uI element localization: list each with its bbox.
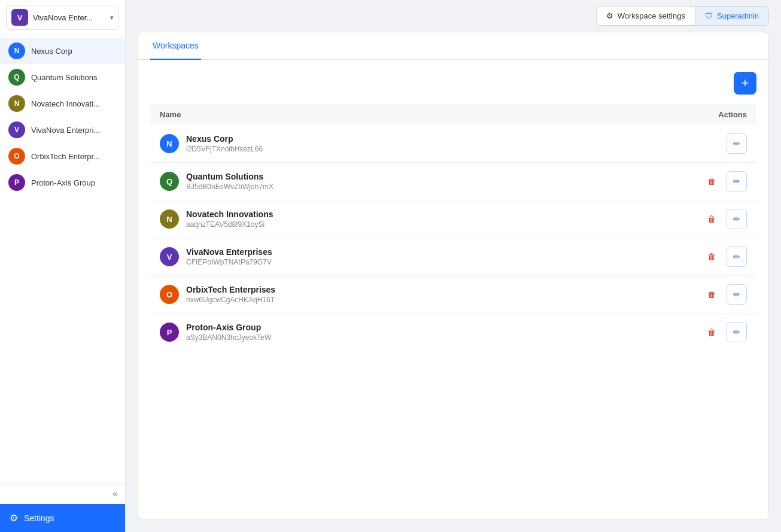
- sidebar-item-label: Nexus Corp: [31, 47, 72, 56]
- main-content: ⚙ Workspace settings 🛡 Superadmin Worksp…: [126, 0, 781, 532]
- name-cell: P Proton-Axis Group aSy3BAN0N3hcJyeokTeW: [150, 314, 560, 351]
- table-row: Q Quantum Solutions BJ5dB0nEsWvZbWjoh7mX…: [150, 163, 756, 200]
- workspace-details: VivaNova Enterprises CFIEPoIWpTNAtPa79G7…: [186, 247, 272, 266]
- sidebar-item-proton-axis-group[interactable]: P Proton-Axis Group: [0, 169, 125, 196]
- workspace-id: i2D5VFjTXnoibHxezL66: [186, 145, 263, 153]
- gear-icon: ⚙: [606, 11, 613, 20]
- workspace-avatar: O: [160, 285, 179, 304]
- workspace-id: nxw6UgcwCgAcHKAqH16T: [186, 296, 275, 304]
- name-cell: O OrbixTech Enterprises nxw6UgcwCgAcHKAq…: [150, 276, 560, 314]
- sidebar-item-avatar: N: [8, 95, 25, 112]
- workspace-avatar: P: [160, 323, 179, 342]
- sidebar-item-avatar: V: [8, 121, 25, 138]
- sidebar-item-nexus-corp[interactable]: N Nexus Corp: [0, 38, 125, 64]
- workspace-name: OrbixTech Enterprises: [186, 285, 275, 294]
- table-body: N Nexus Corp i2D5VFjTXnoibHxezL66 ✏ Q Qu…: [150, 125, 756, 351]
- workspace-switcher[interactable]: V VivaNova Enter... ▾: [6, 5, 119, 30]
- delete-button[interactable]: 🗑: [701, 247, 722, 267]
- workspace-avatar: V: [160, 247, 179, 266]
- actions-cell: 🗑 ✏: [560, 200, 756, 238]
- sidebar-item-label: Proton-Axis Group: [31, 178, 95, 187]
- edit-button[interactable]: ✏: [727, 133, 747, 154]
- delete-button[interactable]: 🗑: [701, 209, 722, 229]
- tab-workspaces[interactable]: Workspaces: [150, 32, 201, 60]
- workspace-info: O OrbixTech Enterprises nxw6UgcwCgAcHKAq…: [160, 285, 551, 304]
- sidebar-item-quantum-solutions[interactable]: Q Quantum Solutions: [0, 64, 125, 90]
- actions-container: 🗑 ✏: [570, 209, 747, 229]
- workspace-name: Novatech Innovations: [186, 209, 273, 219]
- add-button-row: +: [150, 72, 756, 95]
- name-cell: N Novatech Innovations aaqnzTEAV5d8f9X1o…: [150, 200, 560, 238]
- settings-icon: ⚙: [10, 512, 18, 524]
- page-body: + Name Actions N Nexus Corp i2D5VFjTXnoi…: [138, 60, 768, 519]
- actions-cell: 🗑 ✏: [560, 163, 756, 200]
- add-workspace-button[interactable]: +: [734, 72, 756, 95]
- sidebar-item-avatar: O: [8, 148, 25, 165]
- sidebar-item-label: Novatech Innovati...: [31, 99, 100, 108]
- table-row: V VivaNova Enterprises CFIEPoIWpTNAtPa79…: [150, 238, 756, 276]
- topbar: ⚙ Workspace settings 🛡 Superadmin: [126, 0, 781, 32]
- actions-container: 🗑 ✏: [570, 247, 747, 267]
- workspace-name: Nexus Corp: [186, 134, 263, 144]
- actions-cell: ✏: [560, 125, 756, 163]
- settings-button[interactable]: ⚙ Settings: [0, 504, 125, 532]
- workspace-name: VivaNova Enterprises: [186, 247, 272, 257]
- sidebar-item-label: OrbixTech Enterpr...: [31, 152, 100, 161]
- topbar-buttons: ⚙ Workspace settings 🛡 Superadmin: [596, 6, 769, 26]
- workspace-avatar: N: [160, 134, 179, 153]
- workspace-details: Novatech Innovations aaqnzTEAV5d8f9X1oyS…: [186, 209, 273, 229]
- name-cell: V VivaNova Enterprises CFIEPoIWpTNAtPa79…: [150, 238, 560, 276]
- workspace-info: P Proton-Axis Group aSy3BAN0N3hcJyeokTeW: [160, 323, 551, 342]
- workspace-details: Proton-Axis Group aSy3BAN0N3hcJyeokTeW: [186, 323, 271, 342]
- sidebar-header: V VivaNova Enter... ▾: [0, 0, 125, 35]
- sidebar-item-label: Quantum Solutions: [31, 73, 98, 82]
- workspace-info: N Novatech Innovations aaqnzTEAV5d8f9X1o…: [160, 209, 551, 229]
- workspace-name: Proton-Axis Group: [186, 323, 271, 332]
- current-workspace-avatar: V: [11, 9, 28, 26]
- edit-button[interactable]: ✏: [727, 209, 747, 229]
- delete-button[interactable]: 🗑: [701, 322, 722, 342]
- delete-button[interactable]: 🗑: [701, 284, 722, 305]
- workspace-settings-button[interactable]: ⚙ Workspace settings: [597, 7, 695, 25]
- user-shield-icon: 🛡: [705, 11, 713, 20]
- delete-button[interactable]: 🗑: [701, 171, 722, 191]
- workspace-dropdown-menu: N Nexus Corp Q Quantum Solutions N Novat…: [0, 35, 125, 483]
- table-row: N Novatech Innovations aaqnzTEAV5d8f9X1o…: [150, 200, 756, 238]
- current-workspace-name: VivaNova Enter...: [33, 13, 105, 22]
- workspace-avatar: Q: [160, 172, 179, 191]
- edit-button[interactable]: ✏: [727, 284, 747, 305]
- sidebar-item-novatech-innovati...[interactable]: N Novatech Innovati...: [0, 90, 125, 117]
- actions-container: 🗑 ✏: [570, 284, 747, 305]
- workspace-info: N Nexus Corp i2D5VFjTXnoibHxezL66: [160, 134, 551, 153]
- workspace-details: OrbixTech Enterprises nxw6UgcwCgAcHKAqH1…: [186, 285, 275, 304]
- sidebar: V VivaNova Enter... ▾ N Nexus Corp Q Qua…: [0, 0, 126, 532]
- sidebar-item-avatar: Q: [8, 69, 25, 86]
- sidebar-item-avatar: N: [8, 42, 25, 59]
- page-tabs: Workspaces: [138, 32, 768, 60]
- sidebar-item-label: VivaNova Enterpri...: [31, 126, 100, 135]
- sidebar-item-vivanova-enterpri...[interactable]: V VivaNova Enterpri...: [0, 117, 125, 143]
- workspace-details: Quantum Solutions BJ5dB0nEsWvZbWjoh7mX: [186, 172, 273, 191]
- name-cell: Q Quantum Solutions BJ5dB0nEsWvZbWjoh7mX: [150, 163, 560, 200]
- collapse-button[interactable]: «: [0, 484, 125, 504]
- actions-container: ✏: [570, 133, 747, 154]
- workspace-info: Q Quantum Solutions BJ5dB0nEsWvZbWjoh7mX: [160, 172, 551, 191]
- edit-button[interactable]: ✏: [727, 171, 747, 191]
- table-header: Name Actions: [150, 104, 756, 125]
- workspace-avatar: N: [160, 209, 179, 229]
- edit-button[interactable]: ✏: [727, 247, 747, 267]
- actions-container: 🗑 ✏: [570, 171, 747, 191]
- workspace-name: Quantum Solutions: [186, 172, 273, 181]
- superadmin-button[interactable]: 🛡 Superadmin: [695, 7, 768, 25]
- table-row: O OrbixTech Enterprises nxw6UgcwCgAcHKAq…: [150, 276, 756, 314]
- name-cell: N Nexus Corp i2D5VFjTXnoibHxezL66: [150, 125, 560, 163]
- sidebar-footer: « ⚙ Settings: [0, 483, 125, 532]
- actions-cell: 🗑 ✏: [560, 276, 756, 314]
- edit-button[interactable]: ✏: [727, 322, 747, 342]
- sidebar-item-orbixtech-enterpr...[interactable]: O OrbixTech Enterpr...: [0, 143, 125, 169]
- workspaces-table: Name Actions N Nexus Corp i2D5VFjTXnoibH…: [150, 104, 756, 351]
- workspace-details: Nexus Corp i2D5VFjTXnoibHxezL66: [186, 134, 263, 153]
- actions-container: 🗑 ✏: [570, 322, 747, 342]
- workspace-info: V VivaNova Enterprises CFIEPoIWpTNAtPa79…: [160, 247, 551, 266]
- table-row: N Nexus Corp i2D5VFjTXnoibHxezL66 ✏: [150, 125, 756, 163]
